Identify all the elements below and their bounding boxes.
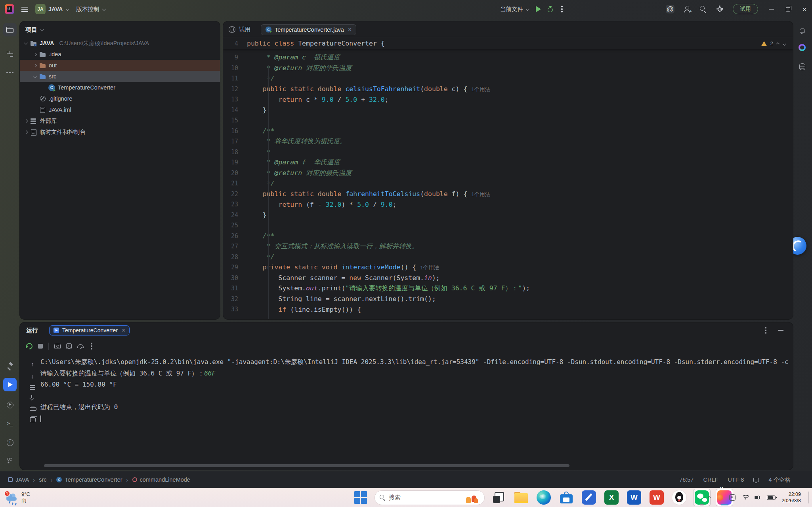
close-run-tab-icon[interactable]: × <box>122 327 125 334</box>
tree-item-外部库[interactable]: 外部库 <box>20 115 220 126</box>
minimize-button[interactable] <box>768 6 775 13</box>
taskbar-clock[interactable]: 22:09 2026/3/8 <box>781 491 801 504</box>
line-number[interactable]: 16 <box>223 128 247 135</box>
code-line[interactable]: 15 <box>223 115 793 126</box>
line-number[interactable]: 10 <box>223 65 247 72</box>
code-line[interactable]: 9 * @param c 摄氏温度 <box>223 52 793 63</box>
project-panel-header[interactable]: 项目 <box>20 21 220 38</box>
debug-button[interactable] <box>547 6 553 13</box>
code-line[interactable]: 19 * @param f 华氏温度 <box>223 157 793 168</box>
horizontal-scrollbar[interactable] <box>44 464 569 467</box>
code-line[interactable]: 28 */ <box>223 252 793 263</box>
chevron-down-icon[interactable] <box>24 41 28 45</box>
tool-window-build-icon[interactable] <box>3 359 17 373</box>
chevron-right-icon[interactable] <box>24 130 28 134</box>
tray-chevron-up-icon[interactable] <box>707 496 711 499</box>
vcs-menu[interactable]: 版本控制 <box>76 6 106 13</box>
run-tab[interactable]: TemperatureConverter × <box>49 325 130 335</box>
tree-item-.gitignore[interactable]: .gitignore <box>20 93 220 104</box>
tool-window-git-icon[interactable] <box>3 454 17 467</box>
toolbar-more-icon[interactable] <box>91 345 92 347</box>
inspections-widget[interactable]: 2 <box>761 40 786 46</box>
chevron-down-icon[interactable] <box>33 74 37 78</box>
chevron-down-icon[interactable] <box>783 42 786 45</box>
maximize-button[interactable] <box>784 6 791 13</box>
chevron-right-icon[interactable] <box>33 52 37 56</box>
code-line[interactable]: 33 if (line.isEmpty()) { <box>223 304 793 315</box>
code-line[interactable]: 14 } <box>223 105 793 116</box>
tool-window-run-icon[interactable] <box>3 378 17 391</box>
tool-window-services-icon[interactable] <box>3 398 17 412</box>
pen-app-button[interactable] <box>580 489 598 506</box>
code-line[interactable]: 27 * 交互式模式：从标准输入读取一行，解析并转换。 <box>223 241 793 252</box>
tool-window-problems-icon[interactable]: ! <box>3 436 17 449</box>
wifi-icon[interactable] <box>741 495 749 500</box>
code-line[interactable]: 24 } <box>223 210 793 221</box>
code-line[interactable]: 29 private static void interactiveMode()… <box>223 262 793 273</box>
code-line[interactable]: 18 * <box>223 147 793 158</box>
tree-item-.idea[interactable]: .idea <box>20 49 220 60</box>
soft-wrap-icon[interactable] <box>30 385 35 390</box>
breadcrumb-item-TemperatureConverter[interactable]: CTemperatureConverter <box>56 477 122 483</box>
chevron-right-icon[interactable] <box>24 119 28 123</box>
line-number[interactable]: 13 <box>223 96 247 103</box>
indent-setting[interactable]: 4 个空格 <box>768 476 791 484</box>
code-line[interactable]: 26 /** <box>223 231 793 242</box>
excel-button[interactable]: X <box>603 489 620 506</box>
hide-run-panel-icon[interactable] <box>778 330 783 331</box>
line-number[interactable]: 17 <box>223 138 247 145</box>
scroll-to-end-icon[interactable] <box>30 395 35 400</box>
line-number[interactable]: 14 <box>223 107 247 114</box>
clear-console-icon[interactable] <box>30 417 35 422</box>
wps-button[interactable]: W <box>648 489 665 506</box>
line-number[interactable]: 25 <box>223 222 247 229</box>
line-number[interactable]: 15 <box>223 117 247 124</box>
line-number[interactable]: 26 <box>223 233 247 240</box>
line-number[interactable]: 22 <box>223 191 247 198</box>
line-number[interactable]: 23 <box>223 201 247 208</box>
breadcrumb-item-commandLineMode[interactable]: commandLineMode <box>132 477 190 483</box>
battery-icon[interactable] <box>767 496 776 500</box>
more-tool-windows-icon[interactable] <box>3 66 17 79</box>
code-area[interactable]: 9 * @param c 摄氏温度10 * @return 对应的华氏温度11 … <box>223 49 793 315</box>
rerun-icon[interactable] <box>25 342 34 351</box>
taskbar-search[interactable]: 搜索 <box>374 490 485 505</box>
print-icon[interactable] <box>30 406 36 411</box>
more-actions-icon[interactable] <box>561 8 563 10</box>
trial-badge[interactable]: 试用 <box>733 4 758 14</box>
code-line[interactable]: 30 Scanner scanner = new Scanner(System.… <box>223 273 793 284</box>
line-number[interactable]: 31 <box>223 285 247 292</box>
stop-icon[interactable] <box>38 344 43 349</box>
code-line[interactable]: 22 public static double fahrenheitToCels… <box>223 189 793 200</box>
code-line[interactable]: 31 System.out.print("请输入要转换的温度与单位（例如 36.… <box>223 283 793 294</box>
tool-window-project-icon[interactable] <box>3 23 17 36</box>
word-button[interactable]: W <box>625 489 643 506</box>
ai-assistant-icon[interactable]: @ <box>666 5 674 13</box>
tree-item-JAVA[interactable]: JAVAC:\Users\朱彦硕\IdeaProjects\JAVA <box>20 38 220 49</box>
project-widget[interactable]: JA JAVA <box>35 4 69 14</box>
line-number[interactable]: 18 <box>223 149 247 156</box>
code-line[interactable]: 10 * @return 对应的华氏温度 <box>223 63 793 74</box>
line-number[interactable]: 27 <box>223 243 247 250</box>
file-explorer-button[interactable] <box>512 489 530 506</box>
code-line[interactable]: 17 * 将华氏度转换为摄氏度。 <box>223 136 793 147</box>
tree-item-JAVA.iml[interactable]: JAVA.iml <box>20 104 220 115</box>
tree-item-src[interactable]: src <box>20 71 220 82</box>
jump-up-icon[interactable]: ↑ <box>31 360 34 367</box>
chevron-up-icon[interactable] <box>776 42 780 45</box>
tool-window-structure-icon[interactable] <box>3 47 17 60</box>
line-number[interactable]: 19 <box>223 159 247 166</box>
weather-widget[interactable]: 1 9°C 雨 <box>6 488 30 507</box>
tray-app-icon[interactable] <box>717 494 723 501</box>
line-number[interactable]: 21 <box>223 180 247 187</box>
tree-item-临时文件和控制台[interactable]: 临时文件和控制台 <box>20 126 220 137</box>
line-number[interactable]: 20 <box>223 170 247 177</box>
edge-button[interactable] <box>535 489 552 506</box>
search-everywhere-icon[interactable] <box>700 6 707 13</box>
profiler-icon[interactable] <box>77 344 84 348</box>
microsoft-store-button[interactable] <box>558 489 575 506</box>
start-button[interactable] <box>352 489 369 506</box>
line-number[interactable]: 24 <box>223 212 247 219</box>
code-line[interactable]: 23 return (f - 32.0) * 5.0 / 9.0; <box>223 199 793 210</box>
globe-icon[interactable] <box>229 26 235 33</box>
